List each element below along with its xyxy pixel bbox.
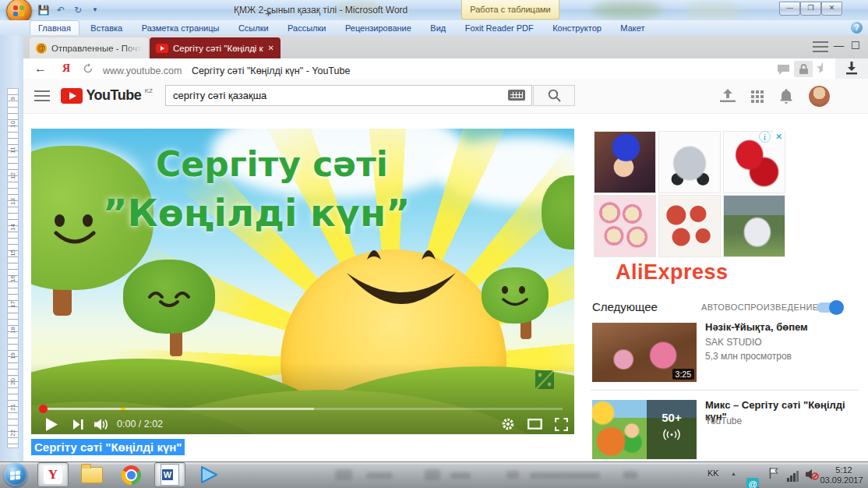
next-video-channel[interactable]: SAK STUDIO xyxy=(705,337,762,348)
fullscreen-button[interactable] xyxy=(552,416,570,433)
undo-icon[interactable]: ↶ xyxy=(55,4,67,16)
word-tab-insert[interactable]: Вставка xyxy=(83,21,130,36)
tab-video-title: Сергіту сәті "Көңілді күн" xyxy=(173,44,263,53)
ad-brand-logo[interactable]: AliExpress xyxy=(616,260,729,285)
next-video-thumbnail[interactable]: 3:25 xyxy=(592,323,697,382)
ad-info-icon[interactable]: i xyxy=(759,131,771,143)
autoplay-label: АВТОВОСПРОИЗВЕДЕНИЕ xyxy=(701,302,819,312)
word-icon: W xyxy=(161,464,179,486)
back-button[interactable]: ← xyxy=(34,62,47,76)
volume-button[interactable] xyxy=(92,416,111,433)
word-tab-references[interactable]: Ссылки xyxy=(231,21,277,36)
taskbar-yandex-browser[interactable]: Y xyxy=(37,462,69,487)
taskbar-blur xyxy=(623,471,637,479)
tab-close-icon[interactable]: ✕ xyxy=(268,44,274,52)
word-tab-mailings[interactable]: Рассылки xyxy=(280,21,333,36)
mix-channel[interactable]: YouTube xyxy=(705,416,742,426)
download-icon[interactable] xyxy=(846,62,857,78)
word-tab-foxit[interactable]: Foxit Reader PDF xyxy=(457,21,542,36)
address-url[interactable]: www.youtube.com Сергіту сәті "Көңілді кү… xyxy=(103,63,350,77)
new-tab-button[interactable]: + xyxy=(265,6,272,19)
language-indicator[interactable]: KK xyxy=(707,469,719,478)
youtube-menu-icon[interactable] xyxy=(34,90,50,101)
ad-thumbnail-4[interactable] xyxy=(594,195,656,257)
search-input[interactable]: сергіту сәті қазақша xyxy=(165,85,532,106)
browser-minimize-button[interactable]: — xyxy=(834,40,844,51)
site-lock-button[interactable] xyxy=(794,61,813,77)
tab-mail-title: Отправленные - Почта Mai xyxy=(51,44,142,53)
taskbar-file-explorer[interactable] xyxy=(76,462,108,487)
screen: 💾 ↶ ↻ ▼ ҚМЖ 2-сынып қазақ тілі - Microso… xyxy=(0,0,868,488)
taskbar-media-player[interactable] xyxy=(193,462,224,487)
apps-grid-icon[interactable] xyxy=(751,90,764,103)
comment-icon[interactable] xyxy=(778,64,789,78)
refresh-icon[interactable] xyxy=(83,63,94,77)
address-bar-point xyxy=(823,58,834,79)
browser-maximize-button[interactable]: ☐ xyxy=(851,40,860,51)
youtube-logo[interactable]: YouTube KZ xyxy=(61,87,153,104)
play-button[interactable] xyxy=(42,416,61,433)
word-close-button[interactable]: ✕ xyxy=(821,2,842,16)
word-minimize-button[interactable]: — xyxy=(779,2,800,16)
browser-tab-video[interactable]: Сергіту сәті "Көңілді күн" ✕ xyxy=(150,37,281,58)
mix-thumbnail[interactable]: 50+ xyxy=(592,400,697,459)
start-button[interactable] xyxy=(4,463,27,486)
video-page-title-selected[interactable]: Сергіту сәті "Көңілді күн" xyxy=(31,439,185,455)
video-player[interactable]: Сергіту сәті ”Көңілді күн” 0:00 / 2:02 xyxy=(31,129,574,434)
taskbar-word[interactable]: W xyxy=(154,462,185,487)
browser-tab-mail[interactable]: @ Отправленные - Почта Mai xyxy=(30,37,148,58)
browser-menu-icon[interactable] xyxy=(813,41,828,52)
wallpaper-blur xyxy=(686,3,740,19)
word-tab-review[interactable]: Рецензирование xyxy=(337,21,419,36)
next-video-title[interactable]: Нәзік-Ұйықта, бөпем xyxy=(705,321,861,333)
account-avatar[interactable] xyxy=(809,86,830,107)
word-tab-design[interactable]: Конструктор xyxy=(545,21,609,36)
save-icon[interactable]: 💾 xyxy=(37,4,50,16)
tray-expand-icon[interactable]: ▲ xyxy=(731,471,736,476)
redo-icon[interactable]: ↻ xyxy=(72,4,84,16)
taskbar-chrome[interactable] xyxy=(115,462,146,487)
office-logo-icon xyxy=(13,5,24,16)
progress-ad-marker xyxy=(121,408,125,410)
word-restore-button[interactable]: ❐ xyxy=(800,2,821,16)
ad-thumbnail-1[interactable] xyxy=(594,131,656,193)
word-tab-view[interactable]: Вид xyxy=(422,21,453,36)
settings-button[interactable] xyxy=(499,416,517,433)
play-icon xyxy=(46,418,58,431)
ruler-number: 12 xyxy=(9,170,16,182)
word-tab-layout[interactable]: Макет xyxy=(612,21,652,36)
word-tab-page-layout[interactable]: Разметка страницы xyxy=(134,21,228,36)
keyboard-icon[interactable] xyxy=(508,90,525,101)
url-host: www.youtube.com xyxy=(103,65,182,76)
video-overlay-title-line1: Сергіту сәті xyxy=(156,144,388,184)
clock-date[interactable]: 03.09.2017 xyxy=(817,476,866,485)
clock-time[interactable]: 5:12 xyxy=(824,465,864,475)
yandex-logo[interactable]: Я xyxy=(62,62,70,75)
ad-thumbnail-5[interactable] xyxy=(658,195,721,257)
mailru-favicon: @ xyxy=(36,43,47,54)
word-help-button[interactable]: ? xyxy=(851,22,863,34)
ruler-number: 14 xyxy=(9,221,16,234)
word-tab-home[interactable]: Главная xyxy=(30,20,79,36)
mix-waves-icon xyxy=(663,429,680,440)
ad-thumbnail-2[interactable] xyxy=(658,131,721,193)
taskbar-blur xyxy=(366,472,393,479)
word-vertical-ruler: 9 10 11 12 13 14 15 16 17 18 19 20 21 22 xyxy=(7,88,19,448)
ad-close-icon[interactable]: ✕ xyxy=(773,131,785,143)
progress-handle[interactable] xyxy=(39,405,48,413)
mailru-agent-icon[interactable]: @ xyxy=(746,478,759,488)
notifications-bell-icon[interactable] xyxy=(779,89,793,107)
action-center-icon[interactable] xyxy=(768,467,779,483)
upload-icon[interactable] xyxy=(720,89,736,105)
yandex-browser-icon: Y xyxy=(44,465,62,484)
autoplay-toggle[interactable] xyxy=(817,302,842,313)
network-signal-icon[interactable] xyxy=(787,468,799,482)
ruler-number: 16 xyxy=(9,273,16,285)
volume-icon xyxy=(94,419,109,430)
youtube-region: KZ xyxy=(145,87,153,94)
next-button[interactable] xyxy=(69,416,87,433)
search-button[interactable] xyxy=(533,85,575,106)
miniplayer-button[interactable] xyxy=(525,416,544,433)
qat-dropdown-icon[interactable]: ▼ xyxy=(89,4,101,16)
ad-thumbnail-6[interactable] xyxy=(723,195,785,257)
